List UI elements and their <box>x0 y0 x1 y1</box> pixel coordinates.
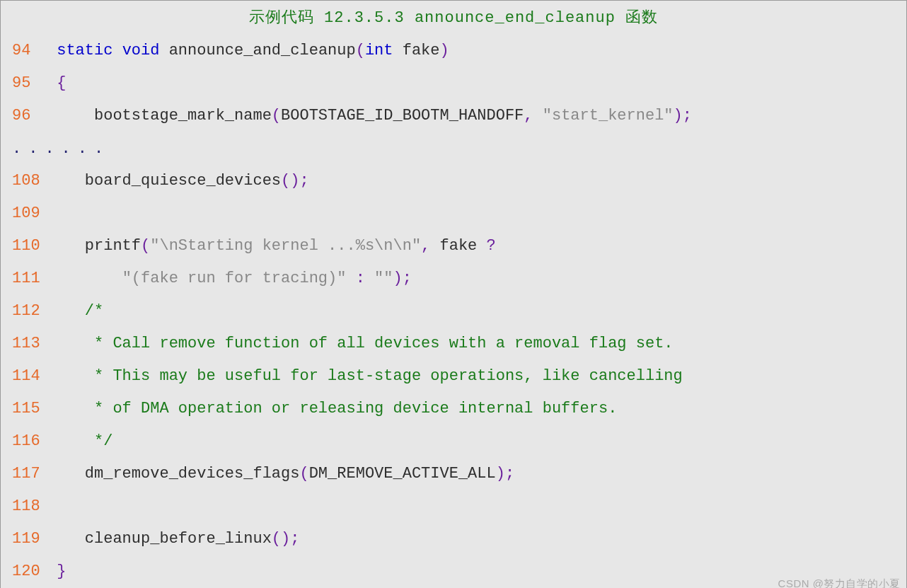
ellipsis-row: ...... <box>4 132 903 165</box>
function-call: printf <box>85 237 141 255</box>
line-number: 109 <box>4 197 47 230</box>
code-line: 118 <box>4 490 903 523</box>
keyword-void: void <box>122 42 160 59</box>
argument: DM_REMOVE_ACTIVE_ALL <box>309 465 496 483</box>
comment: /* <box>85 302 103 320</box>
line-number: 119 <box>4 523 47 555</box>
line-number: 115 <box>4 393 47 425</box>
code-line: 117 dm_remove_devices_flags(DM_REMOVE_AC… <box>4 458 903 490</box>
line-number: 117 <box>4 458 47 490</box>
function-call: board_quiesce_devices <box>85 172 281 190</box>
comment: * This may be useful for last-stage oper… <box>85 367 683 385</box>
comment: * Call remove function of all devices wi… <box>85 335 674 352</box>
code-line: 109 <box>4 197 903 230</box>
code-line: 94 static void announce_and_cleanup(int … <box>4 35 903 67</box>
function-call: bootstage_mark_name <box>94 107 272 125</box>
string-literal: "\nStarting kernel ...%s\n\n" <box>150 237 421 255</box>
line-number: 96 <box>4 100 47 132</box>
code-line: 116 */ <box>4 425 903 458</box>
code-line: 108 board_quiesce_devices(); <box>4 165 903 197</box>
keyword-int: int <box>365 42 393 59</box>
code-line: 110 printf("\nStarting kernel ...%s\n\n"… <box>4 230 903 263</box>
line-number: 94 <box>4 35 47 67</box>
line-number: 108 <box>4 165 47 197</box>
argument: fake <box>440 237 478 255</box>
comment: * of DMA operation or releasing device i… <box>85 400 618 417</box>
code-line: 115 * of DMA operation or releasing devi… <box>4 393 903 425</box>
function-name: announce_and_cleanup <box>169 42 356 59</box>
line-number: 110 <box>4 230 47 263</box>
line-number: 114 <box>4 360 47 393</box>
code-line: 114 * This may be useful for last-stage … <box>4 360 903 393</box>
function-call: cleanup_before_linux <box>85 530 272 548</box>
close-brace: } <box>57 563 66 580</box>
code-block: 示例代码 12.3.5.3 announce_end_cleanup 函数 94… <box>0 0 907 588</box>
string-literal: "(fake run for tracing)" <box>122 270 347 287</box>
code-line: 95 { <box>4 67 903 100</box>
code-title: 示例代码 12.3.5.3 announce_end_cleanup 函数 <box>4 5 903 35</box>
open-brace: { <box>57 74 66 92</box>
keyword-static: static <box>57 42 112 59</box>
line-number: 111 <box>4 263 47 295</box>
line-number: 120 <box>4 555 47 588</box>
code-line: 111 "(fake run for tracing)" : ""); <box>4 263 903 295</box>
param-name: fake <box>403 42 440 59</box>
ternary-colon: : <box>356 270 365 287</box>
argument: BOOTSTAGE_ID_BOOTM_HANDOFF <box>281 107 524 125</box>
comment: */ <box>85 432 113 450</box>
line-number: 118 <box>4 490 47 523</box>
line-number: 95 <box>4 67 47 100</box>
code-line: 96 bootstage_mark_name(BOOTSTAGE_ID_BOOT… <box>4 100 903 132</box>
string-literal: "" <box>374 270 393 287</box>
line-number: 116 <box>4 425 47 458</box>
line-number: 113 <box>4 328 47 360</box>
line-number: 112 <box>4 295 47 328</box>
string-literal: "start_kernel" <box>543 107 674 125</box>
code-line: 120 } <box>4 555 903 588</box>
code-line: 113 * Call remove function of all device… <box>4 328 903 360</box>
ternary-question: ? <box>487 237 496 255</box>
code-line: 119 cleanup_before_linux(); <box>4 523 903 555</box>
code-line: 112 /* <box>4 295 903 328</box>
watermark: CSDN @努力自学的小夏 <box>778 577 901 588</box>
function-call: dm_remove_devices_flags <box>85 465 300 483</box>
